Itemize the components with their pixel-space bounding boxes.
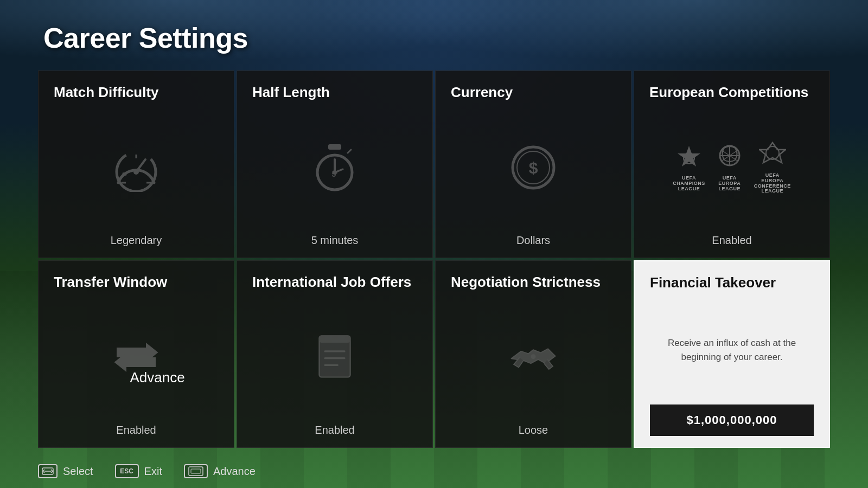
card-half-length-icon-area: 5' (252, 105, 417, 230)
svg-line-13 (348, 150, 351, 153)
card-international-job-offers-title: International Job Offers (252, 274, 417, 291)
timer-icon: 5' (313, 143, 356, 192)
europa-league-badge: UEFAEUROPALEAGUE (716, 144, 743, 192)
champions-league-label: UEFACHAMPIONSLEAGUE (673, 176, 705, 192)
exit-label: Exit (144, 465, 162, 478)
card-match-difficulty-icon-area (54, 105, 219, 230)
card-financial-takeover-title: Financial Takeover (650, 274, 814, 291)
svg-point-2 (133, 169, 139, 175)
svg-rect-37 (191, 469, 201, 473)
card-international-job-offers[interactable]: International Job Offers Enabled (237, 260, 433, 448)
card-transfer-window-icon-area (54, 295, 219, 420)
card-financial-takeover[interactable]: Financial Takeover Receive an influx of … (634, 260, 830, 448)
uefa-logos: UEFACHAMPIONSLEAGUE UEFAEUROPALEAGUE (673, 141, 791, 195)
card-transfer-window[interactable]: Transfer Window Enabled (38, 260, 234, 448)
speedometer-icon (112, 143, 161, 192)
conference-league-badge: UEFAEUROPACONFERENCELEAGUE (754, 141, 791, 195)
card-negotiation-strictness-value: Loose (451, 424, 616, 436)
card-currency-icon-area: $ (451, 105, 616, 230)
card-negotiation-strictness-icon-area (451, 295, 616, 420)
card-transfer-window-title: Transfer Window (54, 274, 219, 291)
conference-league-label: UEFAEUROPACONFERENCELEAGUE (754, 173, 791, 195)
select-label: Select (63, 465, 93, 478)
champions-league-badge: UEFACHAMPIONSLEAGUE (673, 144, 705, 192)
europa-league-label: UEFAEUROPALEAGUE (718, 176, 741, 192)
advance-label: Advance (76, 369, 239, 386)
card-half-length[interactable]: Half Length 5' 5 minutes (237, 70, 433, 258)
hint-exit: ESC Exit (115, 464, 162, 478)
svg-point-33 (531, 354, 536, 359)
bottom-bar: Select ESC Exit Advance (0, 459, 868, 488)
header: Career Settings (0, 0, 868, 65)
card-european-competitions[interactable]: European Competitions UEFACHAMPIONSLEAGU… (634, 70, 830, 258)
hint-select: Select (38, 464, 93, 478)
card-financial-takeover-description: Receive an influx of cash at the beginni… (650, 304, 814, 396)
card-half-length-title: Half Length (252, 84, 417, 101)
financial-takeover-amount-button[interactable]: $1,000,000,000 (650, 404, 814, 436)
card-match-difficulty-title: Match Difficulty (54, 84, 219, 101)
card-currency-title: Currency (451, 84, 616, 101)
card-negotiation-strictness[interactable]: Negotiation Strictness Loose (435, 260, 631, 448)
handshake-icon (509, 336, 558, 379)
card-match-difficulty[interactable]: Match Difficulty Legendary (38, 70, 234, 258)
card-currency-value: Dollars (451, 234, 616, 247)
svg-rect-29 (319, 336, 350, 343)
dollar-coin-icon: $ (509, 143, 558, 192)
card-international-job-offers-icon-area (252, 295, 417, 420)
settings-grid: Match Difficulty Legendary Half Length (0, 65, 868, 459)
esc-icon: ESC (115, 464, 139, 478)
select-icon (38, 464, 58, 478)
svg-text:5': 5' (331, 170, 337, 178)
svg-text:$: $ (529, 159, 538, 177)
career-settings-page: Career Settings Match Difficulty Legenda… (0, 0, 868, 488)
card-negotiation-strictness-title: Negotiation Strictness (451, 274, 616, 291)
svg-rect-7 (328, 144, 341, 150)
card-currency[interactable]: Currency $ Dollars (435, 70, 631, 258)
page-title: Career Settings (43, 22, 825, 54)
document-icon (313, 333, 356, 382)
card-transfer-window-value: Enabled (54, 424, 219, 436)
card-international-job-offers-value: Enabled (252, 424, 417, 436)
card-european-competitions-title: European Competitions (649, 84, 814, 101)
advance-hint-label: Advance (213, 465, 256, 478)
card-european-competitions-value: Enabled (649, 234, 814, 247)
advance-icon (184, 464, 208, 478)
card-half-length-value: 5 minutes (252, 234, 417, 247)
hint-advance: Advance (184, 464, 256, 478)
card-match-difficulty-value: Legendary (54, 234, 219, 247)
card-european-competitions-icon-area: UEFACHAMPIONSLEAGUE UEFAEUROPALEAGUE (649, 105, 814, 230)
